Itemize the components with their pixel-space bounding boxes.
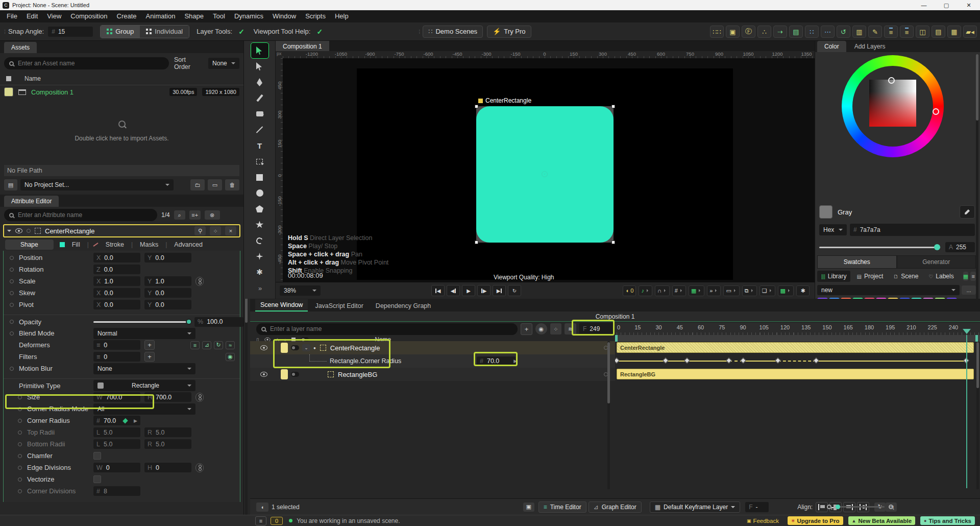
tab-add-layers[interactable]: Add Layers	[847, 41, 893, 52]
attribute-search-input[interactable]: Enter an Attribute name	[4, 209, 157, 221]
timeline-zoom-handle[interactable]	[836, 505, 840, 509]
panels-icon[interactable]: ▦	[689, 285, 704, 296]
snap-angle-input[interactable]: # 15	[48, 27, 93, 37]
line-tool-icon[interactable]	[251, 122, 268, 137]
attr-field[interactable]: W700.0	[93, 392, 140, 402]
settings-tool-icon[interactable]: ✱	[251, 265, 268, 280]
curve-arrow-icon[interactable]: ↺	[837, 26, 850, 38]
more-tools-icon[interactable]: »	[251, 280, 268, 296]
timeline-range-bar[interactable]	[615, 335, 980, 342]
swatch-source-labels[interactable]: ♡Labels	[924, 271, 958, 282]
pin-button[interactable]: ⚲	[194, 226, 206, 235]
link-icon[interactable]	[195, 393, 204, 402]
layer-bar-centerrectangle[interactable]: CenterRectangle	[617, 342, 974, 353]
dope-sheet[interactable]: 0153045607590105120135150165180195210225…	[615, 322, 980, 492]
close-node-button[interactable]: ×	[225, 226, 236, 235]
color-panel-scrollbar[interactable]	[976, 54, 978, 306]
tab-assets[interactable]: Assets	[4, 42, 37, 53]
current-color-swatch[interactable]	[819, 205, 832, 219]
attr-dot-icon[interactable]	[18, 419, 22, 423]
filter-dot-icon[interactable]: ◉	[226, 353, 235, 361]
layer-row-rectanglebg[interactable]: RectangleBG	[250, 368, 615, 381]
asset-row[interactable]: Composition 1 30.00fps 1920 x 1080	[0, 85, 243, 99]
rectangle-tool-icon[interactable]	[251, 170, 268, 185]
list-view-button[interactable]: ≡	[970, 272, 976, 281]
statusbar-button-new-beta-available[interactable]: ▲New Beta Available	[848, 516, 916, 525]
attr-dot-icon[interactable]	[10, 256, 14, 260]
grid-view-button[interactable]: ▦	[963, 272, 969, 281]
layer-row-centerrectangle[interactable]: ⌄●CenterRectangle	[250, 341, 615, 354]
hue-cursor[interactable]	[933, 108, 939, 115]
attr-dot-icon[interactable]	[10, 291, 14, 295]
connect-icon[interactable]: ↻	[214, 341, 223, 349]
timeline-zoom-slider[interactable]	[836, 506, 885, 508]
tl-tab-scene-window[interactable]: Scene Window	[255, 299, 308, 312]
menu-edit[interactable]: Edit	[22, 10, 42, 22]
add-button[interactable]: +	[144, 340, 155, 350]
selected-node-header[interactable]: CenterRectangle ⚲ ⁘ ×	[3, 224, 240, 237]
dock-icon-button[interactable]: ▣	[523, 503, 534, 512]
keyframe-diamond-icon[interactable]	[122, 418, 128, 423]
attr-select[interactable]: None	[93, 363, 195, 374]
graph-icon[interactable]: ⊿	[202, 341, 211, 349]
opacity-slider[interactable]	[93, 321, 190, 323]
graph-editor-button[interactable]: ⊿Graph Editor	[589, 501, 642, 513]
keyframe-diamond[interactable]	[775, 357, 781, 363]
swatch-source-scene[interactable]: 🗋Scene	[889, 271, 922, 282]
align-left-icon[interactable]	[816, 502, 828, 512]
add-attribute-button[interactable]: ≡+	[189, 210, 201, 220]
swatch-source-project[interactable]: ▤Project	[852, 271, 887, 282]
attr-tab-shape[interactable]: Shape	[5, 240, 54, 250]
attr-field[interactable]: %100.0	[194, 317, 243, 327]
expand-chevron-icon[interactable]: ⌄	[302, 344, 310, 351]
statusbar-button-feedback[interactable]: ▣Feedback	[743, 516, 782, 525]
swatch-set-select[interactable]: new	[817, 285, 960, 295]
playhead-marker[interactable]	[963, 329, 971, 334]
tab-swatches[interactable]: Swatches	[817, 255, 897, 269]
step-back-icon[interactable]: ◀	[447, 285, 460, 296]
grid-icon[interactable]: ▦	[947, 26, 961, 38]
delete-button[interactable]: 🗑	[225, 179, 239, 190]
individual-mode-button[interactable]: Individual	[140, 26, 189, 38]
attr-dot-icon[interactable]	[10, 279, 14, 283]
project-set-select[interactable]: No Project Set...	[20, 179, 174, 190]
viewport-canvas[interactable]: CenterRectangle Hold S Direct Layer Sele…	[283, 58, 815, 282]
text-tool-icon[interactable]: T	[251, 138, 268, 153]
loop-icon[interactable]: ↻	[508, 285, 521, 296]
attr-select[interactable]: Normal	[93, 328, 195, 339]
tl-tab-javascript-editor[interactable]: JavaScript Editor	[310, 300, 368, 312]
layer-eye-icon[interactable]	[260, 345, 267, 350]
attr-field[interactable]: Y0.0	[144, 253, 191, 262]
attr-dot-icon[interactable]	[18, 454, 22, 458]
audio-icon[interactable]: ♪	[639, 285, 652, 296]
menu-animation[interactable]: Animation	[141, 10, 180, 22]
zoom-out-icon[interactable]	[827, 505, 831, 509]
bars-icon[interactable]: ▤	[789, 26, 803, 38]
alpha-slider[interactable]	[819, 247, 940, 248]
attr-checkbox[interactable]	[93, 475, 101, 483]
attr-field[interactable]: #8	[93, 486, 140, 496]
demo-scenes-button[interactable]: ∷Demo Scenes	[423, 26, 483, 38]
isolate-button[interactable]: ⁘	[210, 226, 221, 235]
warning-count-badge[interactable]: 0	[271, 517, 283, 525]
arc-tool-icon[interactable]	[251, 233, 268, 248]
f-badge-icon[interactable]: Ⓕ	[742, 26, 755, 38]
layer-toggle-icon[interactable]	[291, 372, 299, 377]
attr-field[interactable]: X0.0	[93, 288, 140, 298]
expression-arrow-icon[interactable]: ▶	[134, 418, 137, 423]
alpha-slider-handle[interactable]	[934, 244, 940, 250]
dot-row-icon[interactable]: ⋯	[821, 26, 835, 38]
filter-ball-icon[interactable]: ◉	[535, 323, 547, 334]
cube-icon[interactable]: ▣	[726, 26, 740, 38]
time-editor-button[interactable]: ≡Time Editor	[538, 501, 586, 513]
maximize-button[interactable]: ▢	[935, 0, 958, 10]
layer-toggle-icon[interactable]	[291, 345, 299, 350]
keyframe-diamond[interactable]	[684, 357, 690, 363]
shape-viewport-label[interactable]: CenterRectangle	[478, 97, 531, 104]
menu-view[interactable]: View	[42, 10, 66, 22]
sv-cursor[interactable]	[888, 77, 895, 84]
attr-dot-icon[interactable]	[18, 395, 22, 399]
open-folder-button[interactable]: 🗀	[190, 179, 205, 190]
playhead-line[interactable]	[966, 335, 967, 488]
attr-field[interactable]: Z0.0	[93, 265, 140, 274]
